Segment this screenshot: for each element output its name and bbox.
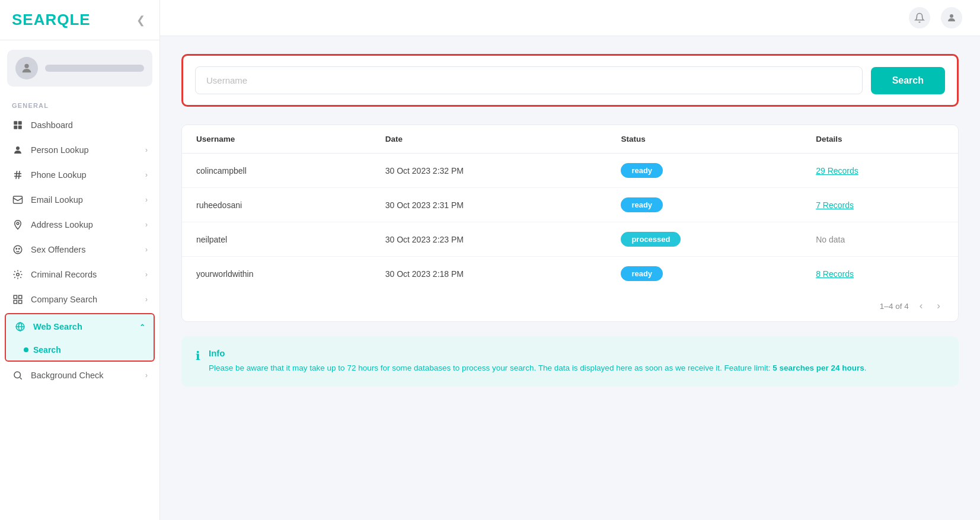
user-menu-button[interactable] [941, 7, 962, 28]
main-content: Search Username Date Status Details coli… [160, 0, 980, 520]
results-table-container: Username Date Status Details colincampbe… [181, 125, 959, 322]
dashboard-icon [12, 119, 24, 131]
sidebar: SEARQLE ❮ GENERAL Dashboard Person Looku… [0, 0, 160, 520]
detail-link[interactable]: 8 Records [816, 269, 854, 279]
svg-rect-4 [18, 126, 22, 129]
sidebar-child-label: Search [33, 345, 61, 355]
cell-details: 29 Records [802, 154, 958, 188]
search-circle-icon [12, 369, 24, 381]
info-text: Please be aware that it may take up to 7… [209, 362, 867, 375]
col-header-date: Date [371, 125, 607, 154]
chevron-right-icon: › [145, 270, 148, 279]
status-badge: ready [621, 163, 663, 178]
sidebar-item-web-search[interactable]: Web Search ⌄ [6, 314, 154, 339]
username-input[interactable] [195, 66, 863, 94]
sidebar-item-label: Email Lookup [31, 195, 83, 205]
cell-username: neilpatel [182, 222, 371, 257]
user-area [7, 50, 152, 87]
sidebar-item-label: Person Lookup [31, 145, 89, 155]
svg-rect-19 [19, 301, 22, 304]
chevron-down-icon: ⌄ [139, 323, 145, 331]
cell-details: 7 Records [802, 188, 958, 222]
svg-point-5 [16, 146, 20, 150]
sidebar-item-label: Criminal Records [31, 270, 97, 279]
cell-date: 30 Oct 2023 2:32 PM [371, 154, 607, 188]
svg-point-15 [17, 273, 20, 276]
svg-line-8 [16, 171, 17, 179]
username-placeholder [45, 65, 144, 72]
svg-point-0 [24, 64, 28, 68]
location-icon [12, 219, 24, 231]
sidebar-item-address-lookup[interactable]: Address Lookup › [0, 212, 159, 237]
sidebar-item-label: Sex Offenders [31, 245, 85, 254]
chevron-right-icon: › [145, 295, 148, 304]
svg-line-9 [19, 171, 20, 179]
chevron-right-icon: › [145, 196, 148, 204]
company-icon [12, 294, 24, 305]
cell-status: processed [606, 222, 802, 257]
avatar [15, 57, 38, 79]
cell-date: 30 Oct 2023 2:18 PM [371, 257, 607, 291]
sidebar-item-search[interactable]: Search [6, 339, 154, 361]
sidebar-item-label: Address Lookup [31, 220, 93, 229]
sidebar-item-label: Background Check [31, 371, 104, 380]
sidebar-item-dashboard[interactable]: Dashboard [0, 113, 159, 138]
detail-link[interactable]: 7 Records [816, 200, 854, 210]
svg-rect-1 [14, 121, 17, 125]
sidebar-item-criminal-records[interactable]: Criminal Records › [0, 262, 159, 287]
sidebar-web-search-group: Web Search ⌄ Search [5, 313, 155, 362]
person-icon [12, 144, 24, 156]
sidebar-item-label: Dashboard [31, 120, 73, 130]
hash-icon [12, 169, 24, 181]
search-button[interactable]: Search [871, 67, 945, 94]
sidebar-item-phone-lookup[interactable]: Phone Lookup › [0, 162, 159, 187]
info-box: ℹ Info Please be aware that it may take … [181, 336, 959, 387]
section-label: GENERAL [0, 96, 159, 113]
svg-rect-3 [14, 126, 17, 129]
info-title: Info [209, 348, 867, 358]
status-badge: ready [621, 197, 663, 212]
search-box-wrapper: Search [181, 54, 959, 107]
col-header-username: Username [182, 125, 371, 154]
sidebar-item-sex-offenders[interactable]: Sex Offenders › [0, 237, 159, 262]
sidebar-item-label: Company Search [31, 295, 97, 304]
chevron-right-icon: › [145, 371, 148, 379]
collapse-button[interactable]: ❮ [134, 11, 148, 29]
app-logo: SEARQLE [12, 11, 91, 29]
svg-rect-16 [14, 295, 17, 298]
svg-point-12 [14, 245, 22, 254]
next-page-button[interactable]: › [933, 299, 944, 313]
content-area: Search Username Date Status Details coli… [160, 36, 980, 520]
table-row: ruheedosani 30 Oct 2023 2:31 PM ready 7 … [182, 188, 958, 222]
sidebar-header: SEARQLE ❮ [0, 0, 159, 40]
pagination-row: 1–4 of 4 ‹ › [182, 291, 958, 321]
email-icon [12, 194, 24, 206]
table-row: yourworldwithin 30 Oct 2023 2:18 PM read… [182, 257, 958, 291]
sidebar-item-background-check[interactable]: Background Check › [0, 363, 159, 388]
svg-point-11 [17, 222, 19, 225]
svg-rect-17 [19, 295, 22, 298]
cell-date: 30 Oct 2023 2:31 PM [371, 188, 607, 222]
col-header-status: Status [606, 125, 802, 154]
chevron-right-icon: › [145, 146, 148, 154]
results-table: Username Date Status Details colincampbe… [182, 125, 958, 291]
svg-point-13 [16, 248, 17, 250]
svg-rect-18 [14, 301, 17, 304]
status-badge: ready [621, 266, 663, 281]
col-header-details: Details [802, 125, 958, 154]
sidebar-item-company-search[interactable]: Company Search › [0, 287, 159, 312]
chevron-right-icon: › [145, 221, 148, 229]
prev-page-button[interactable]: ‹ [916, 299, 927, 313]
no-data-label: No data [816, 235, 845, 244]
globe-icon [14, 321, 26, 333]
sidebar-item-person-lookup[interactable]: Person Lookup › [0, 138, 159, 162]
gear-icon [12, 269, 24, 280]
table-row: colincampbell 30 Oct 2023 2:32 PM ready … [182, 154, 958, 188]
notification-button[interactable] [909, 7, 930, 28]
svg-point-14 [19, 248, 20, 250]
chevron-right-icon: › [145, 245, 148, 254]
sidebar-item-email-lookup[interactable]: Email Lookup › [0, 187, 159, 212]
cell-details: No data [802, 222, 958, 257]
svg-rect-2 [18, 121, 22, 125]
detail-link[interactable]: 29 Records [816, 166, 858, 176]
